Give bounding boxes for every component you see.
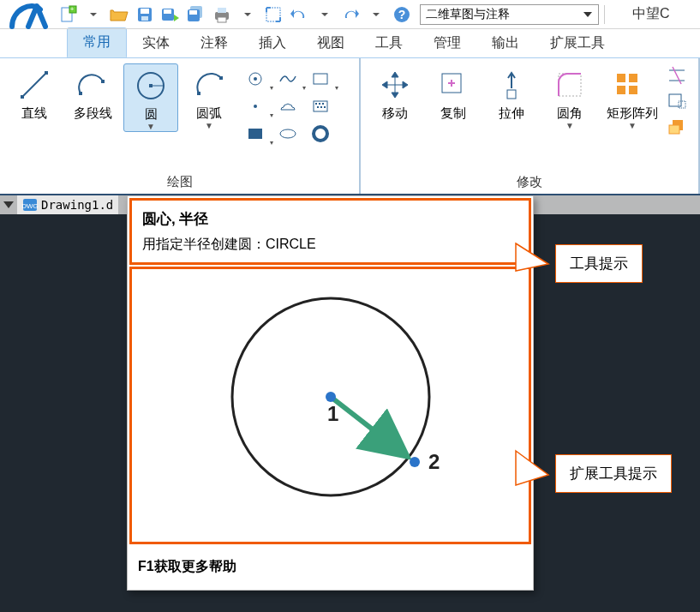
svg-rect-38 (507, 90, 516, 99)
callout-ext-tooltip: 扩展工具提示 (514, 447, 672, 499)
svg-point-55 (326, 392, 336, 402)
tooltip-title: 圆心, 半径 (142, 209, 518, 229)
tab-insert[interactable]: 插入 (243, 29, 302, 57)
document-icon: DWG (22, 198, 38, 212)
ellipse-center-icon[interactable]: ▾ (240, 67, 271, 91)
rectarray-label: 矩形阵列 (607, 106, 658, 119)
svg-rect-5 (141, 16, 148, 21)
redo-button[interactable] (338, 2, 363, 27)
diagram-label-2: 2 (428, 450, 440, 473)
tooltip-popup: 圆心, 半径 用指定半径创建圆：CIRCLE 1 2 F1获取更多帮助 (127, 195, 534, 591)
workspace-dropdown[interactable] (420, 4, 599, 25)
fillet-button[interactable]: 圆角 ▼ (542, 63, 597, 130)
tab-annotate[interactable]: 注释 (185, 29, 243, 57)
tab-tools[interactable]: 工具 (360, 29, 418, 57)
circle-button[interactable]: 圆 ▼ (123, 63, 178, 132)
qat-dropdown-3[interactable] (312, 2, 338, 27)
saveas-button[interactable] (158, 2, 183, 27)
tooltip-illustration: 1 2 (129, 267, 531, 544)
svg-rect-26 (219, 76, 223, 80)
svg-rect-18 (21, 95, 24, 99)
doc-tab-menu-icon[interactable] (3, 201, 14, 208)
document-tab[interactable]: DWG Drawing1.d (17, 195, 118, 214)
tooltip-header: 圆心, 半径 用指定半径创建圆：CIRCLE (129, 198, 531, 265)
svg-text:?: ? (398, 8, 406, 21)
print-button[interactable] (209, 2, 235, 27)
hatch-pattern-icon[interactable] (305, 94, 336, 118)
qat-dropdown-4[interactable] (363, 2, 389, 27)
svg-rect-39 (559, 74, 581, 96)
qat-dropdown-1[interactable] (81, 2, 106, 27)
trim-icon[interactable] (667, 67, 691, 87)
svg-rect-10 (189, 10, 197, 15)
svg-line-17 (22, 73, 46, 97)
callout-tooltip: 工具提示 (514, 242, 643, 285)
extend-icon[interactable] (667, 93, 691, 113)
copy-label: 复制 (440, 106, 466, 119)
callout-ext-label: 扩展工具提示 (555, 454, 672, 493)
copy-button[interactable]: 复制 (426, 63, 481, 119)
svg-point-30 (254, 105, 257, 108)
tab-solid[interactable]: 实体 (127, 29, 185, 57)
chevron-down-icon: ▼ (565, 121, 574, 130)
svg-point-56 (410, 457, 420, 467)
svg-rect-43 (629, 86, 637, 94)
tooltip-footer: F1获取更多帮助 (128, 546, 533, 590)
open-file-button[interactable] (106, 2, 132, 27)
app-logo[interactable] (3, 0, 55, 28)
arc-label: 圆弧 (196, 106, 222, 119)
hatch-solid-icon[interactable]: ▾ (240, 122, 271, 146)
svg-rect-7 (164, 9, 171, 14)
svg-rect-19 (45, 71, 48, 75)
undo-button[interactable] (286, 2, 312, 27)
tab-manage[interactable]: 管理 (418, 29, 476, 57)
donut-icon[interactable] (305, 122, 336, 146)
svg-line-46 (673, 67, 681, 84)
line-button[interactable]: 直线 (7, 63, 62, 119)
tab-output[interactable]: 输出 (476, 29, 535, 57)
tab-view[interactable]: 视图 (302, 29, 360, 57)
rectarray-button[interactable]: 矩形阵列 ▼ (601, 63, 664, 130)
point-icon[interactable]: ▾ (240, 94, 271, 118)
arc-button[interactable]: 圆弧 ▼ (182, 63, 236, 130)
revcloud-icon[interactable] (272, 94, 303, 118)
svg-marker-57 (516, 243, 548, 271)
plot-preview-button[interactable] (260, 2, 286, 27)
chevron-down-icon: ▼ (628, 121, 637, 130)
app-brand-text: 中望C (632, 5, 670, 23)
svg-rect-48 (679, 101, 685, 108)
svg-rect-25 (197, 92, 200, 95)
help-button[interactable]: ? (389, 2, 415, 27)
tab-ext[interactable]: 扩展工具 (535, 29, 620, 57)
tooltip-description: 用指定半径创建圆：CIRCLE (142, 236, 518, 254)
stretch-label: 拉伸 (499, 106, 524, 119)
callout-tooltip-label: 工具提示 (555, 244, 643, 283)
svg-rect-41 (629, 74, 637, 82)
rectangle-icon[interactable]: ▾ (305, 67, 336, 91)
stretch-button[interactable]: 拉伸 (484, 63, 539, 119)
bring-front-icon[interactable] (667, 118, 691, 139)
move-button[interactable]: 移动 (368, 63, 422, 119)
polyline-label: 多段线 (74, 106, 112, 119)
chevron-down-icon: ▼ (147, 122, 155, 131)
diagram-label-1: 1 (327, 402, 338, 425)
save-button[interactable] (132, 2, 158, 27)
saveall-button[interactable] (183, 2, 209, 27)
svg-rect-50 (669, 125, 679, 134)
tab-home[interactable]: 常用 (67, 27, 127, 57)
new-file-button[interactable]: + (55, 2, 81, 27)
ribbon-tabs: 常用 实体 注释 插入 视图 工具 管理 输出 扩展工具 (0, 29, 700, 58)
polyline-button[interactable]: 多段线 (65, 63, 120, 119)
draw-smallgrid: ▾ ▾ ▾ ▾ ▾ (240, 63, 336, 146)
circle-label: 圆 (145, 107, 158, 120)
svg-rect-4 (141, 9, 149, 14)
qat-dropdown-2[interactable] (235, 2, 260, 27)
panel-modify: 移动 复制 拉伸 圆角 ▼ 矩形阵列 ▼ (361, 58, 700, 194)
chevron-down-icon: ▼ (205, 121, 213, 130)
quick-access-toolbar: + ? 中望C (0, 0, 700, 29)
svg-rect-40 (617, 74, 625, 82)
svg-point-33 (280, 129, 296, 138)
spline-icon[interactable]: ▾ (272, 67, 303, 91)
ellipse-icon[interactable] (272, 122, 303, 146)
panel-draw-title: 绘图 (0, 172, 359, 194)
